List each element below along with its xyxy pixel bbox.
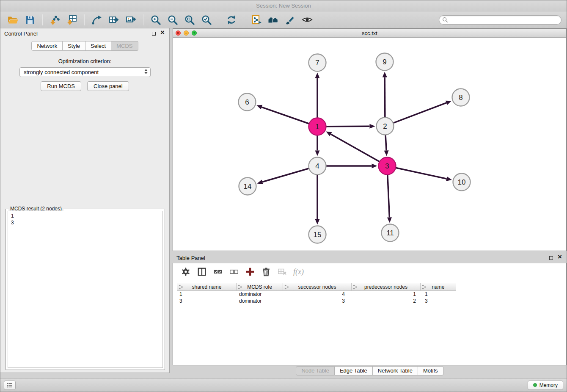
- export-network-button[interactable]: [89, 13, 105, 27]
- control-panel-tabs: Network Style Select MCDS: [0, 41, 169, 51]
- edge-1-6[interactable]: [261, 107, 309, 124]
- tab-network[interactable]: Network: [31, 41, 63, 51]
- node-label: 14: [244, 182, 252, 190]
- select-all-button[interactable]: [211, 265, 225, 278]
- column-header-shared-name[interactable]: shared name: [177, 283, 237, 291]
- close-panel-icon[interactable]: [558, 255, 563, 260]
- cell-mcds-role[interactable]: dominator: [237, 298, 283, 304]
- zoom-selected-button[interactable]: [199, 13, 214, 27]
- edge-4-14[interactable]: [262, 168, 309, 182]
- node-14[interactable]: 14: [239, 178, 256, 195]
- tab-motifs[interactable]: Motifs: [418, 366, 443, 375]
- delete-table-icon: [277, 267, 287, 277]
- window-close-icon[interactable]: [176, 30, 181, 36]
- search-input[interactable]: [450, 17, 558, 23]
- column-type-icon: [238, 284, 242, 290]
- column-header-mcds-role[interactable]: MCDS role: [237, 283, 283, 291]
- task-history-button[interactable]: [4, 381, 16, 390]
- node-3[interactable]: 3: [379, 157, 396, 175]
- cell-name[interactable]: 3: [421, 298, 456, 304]
- optimization-criterion-select[interactable]: strongly connected component: [19, 67, 151, 77]
- cell-predecessor-nodes[interactable]: 2: [352, 298, 421, 304]
- node-4[interactable]: 4: [309, 157, 326, 175]
- import-network-icon: [50, 14, 61, 25]
- cell-name[interactable]: 1: [421, 291, 456, 298]
- edge-3-11[interactable]: [388, 174, 389, 217]
- add-button[interactable]: [243, 265, 257, 278]
- show-hide-button[interactable]: [300, 13, 315, 27]
- zoom-in-button[interactable]: [148, 13, 163, 27]
- zoom-in-icon: [150, 14, 161, 25]
- open-session-button[interactable]: [6, 13, 21, 27]
- toolbar-separator: [42, 14, 43, 25]
- column-header-successor-nodes[interactable]: successor nodes: [283, 283, 352, 291]
- new-network-from-selection-button[interactable]: [249, 13, 264, 27]
- cell-successor-nodes[interactable]: 3: [283, 298, 352, 304]
- column-header-predecessor-nodes[interactable]: predecessor nodes: [352, 283, 421, 291]
- node-10[interactable]: 10: [453, 174, 471, 191]
- close-panel-button[interactable]: Close panel: [87, 81, 129, 91]
- node-15[interactable]: 15: [309, 226, 326, 243]
- tab-mcds[interactable]: MCDS: [111, 41, 138, 51]
- node-2[interactable]: 2: [377, 118, 394, 135]
- window-titlebar[interactable]: Session: New Session: [0, 0, 567, 11]
- export-image-button[interactable]: [123, 13, 138, 27]
- apply-layout-button[interactable]: [224, 13, 239, 27]
- node-label: 10: [458, 178, 466, 186]
- first-neighbors-button[interactable]: [266, 13, 281, 27]
- toggle-columns-button[interactable]: [195, 265, 209, 278]
- edge-2-3[interactable]: [385, 135, 386, 150]
- delete-button[interactable]: [259, 265, 273, 278]
- table-row[interactable]: 1 dominator 4 1 1: [177, 291, 562, 298]
- table-row[interactable]: 3 dominator 3 2 3: [177, 298, 562, 304]
- node-label: 1: [315, 123, 319, 131]
- cell-successor-nodes[interactable]: 4: [283, 291, 352, 298]
- node-7[interactable]: 7: [309, 54, 326, 72]
- node-11[interactable]: 11: [382, 224, 399, 242]
- run-mcds-button[interactable]: Run MCDS: [41, 81, 81, 91]
- cell-shared-name[interactable]: 3: [177, 298, 237, 304]
- tab-node-table[interactable]: Node Table: [296, 366, 335, 375]
- float-panel-icon[interactable]: [152, 32, 156, 36]
- delete-table-button[interactable]: [275, 265, 289, 278]
- export-table-button[interactable]: [106, 13, 121, 27]
- zoom-fit-icon: [184, 14, 195, 25]
- tab-select[interactable]: Select: [85, 41, 111, 51]
- zoom-out-button[interactable]: [165, 13, 180, 27]
- import-network-button[interactable]: [47, 13, 63, 27]
- zoom-fit-button[interactable]: [182, 13, 197, 27]
- function-builder-button[interactable]: f(x): [293, 268, 304, 276]
- save-session-button[interactable]: [22, 13, 38, 27]
- cell-shared-name[interactable]: 1: [177, 291, 237, 298]
- node-label: 7: [315, 59, 319, 67]
- node-6[interactable]: 6: [239, 94, 256, 111]
- node-8[interactable]: 8: [452, 89, 470, 106]
- window-minimize-icon[interactable]: [184, 30, 189, 36]
- apply-style-button[interactable]: [283, 13, 298, 27]
- edge-1-2[interactable]: [326, 126, 369, 127]
- cell-mcds-role[interactable]: dominator: [237, 291, 283, 298]
- edge-3-10[interactable]: [396, 168, 446, 179]
- tab-edge-table[interactable]: Edge Table: [335, 366, 373, 375]
- deselect-all-button[interactable]: [227, 265, 241, 278]
- tab-style[interactable]: Style: [63, 41, 85, 51]
- float-panel-icon[interactable]: [549, 256, 553, 260]
- column-settings-button[interactable]: [179, 265, 193, 278]
- network-window-titlebar[interactable]: scc.txt: [173, 29, 566, 38]
- mcds-result-text[interactable]: 1 3: [8, 211, 163, 368]
- memory-button[interactable]: Memory: [528, 381, 563, 390]
- edge-2-9[interactable]: [385, 77, 385, 117]
- toolbar-separator: [143, 14, 143, 25]
- node-1[interactable]: 1: [309, 118, 326, 135]
- close-panel-icon[interactable]: [160, 31, 165, 36]
- tab-network-table[interactable]: Network Table: [373, 366, 418, 375]
- node-9[interactable]: 9: [376, 53, 394, 71]
- window-zoom-icon[interactable]: [192, 30, 197, 36]
- cell-predecessor-nodes[interactable]: 1: [352, 291, 421, 298]
- edge-3-1[interactable]: [331, 134, 380, 162]
- column-header-name[interactable]: name: [421, 283, 456, 291]
- import-table-button[interactable]: [64, 13, 80, 27]
- search-box[interactable]: [439, 15, 561, 25]
- edge-2-8[interactable]: [393, 103, 446, 123]
- network-canvas[interactable]: 7968124314101511: [173, 38, 566, 251]
